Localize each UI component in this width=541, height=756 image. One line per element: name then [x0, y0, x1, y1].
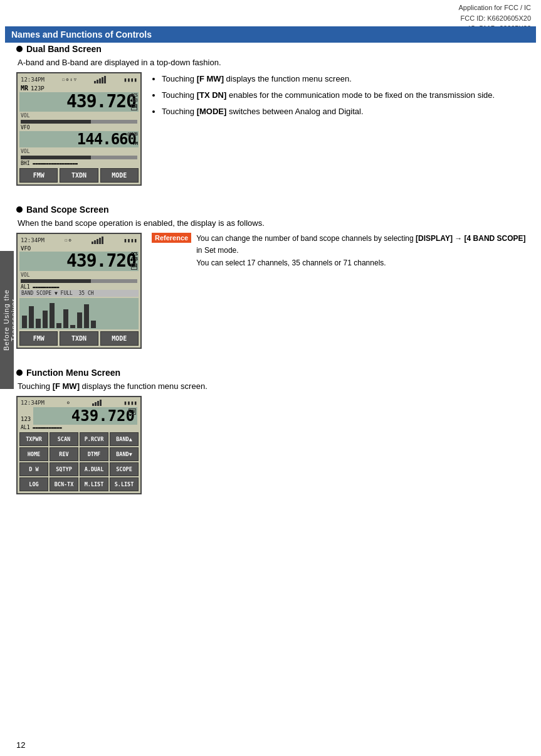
func-bcntx[interactable]: BCN-TX: [50, 477, 78, 491]
bullet-icon: [16, 46, 23, 52]
bullet-icon-2: [16, 206, 23, 213]
func-adual[interactable]: A.DUAL: [80, 462, 108, 476]
txdn-btn[interactable]: TXDN: [60, 168, 98, 183]
vfo-line: VFO: [19, 125, 139, 130]
freq-a-display: ▲DCS023 DN 439.720: [19, 92, 139, 112]
scope-vol-bar: [21, 279, 137, 283]
header-line2: FCC ID: K6620605X20: [458, 13, 531, 24]
func-band-up[interactable]: BAND▲: [110, 432, 139, 446]
screen3-signal: [92, 400, 102, 406]
screen2-status: ☐ ⚙: [65, 238, 71, 243]
battery-icon: ▮▮▮▮: [123, 77, 137, 83]
bullet-1: Touching [F MW] displays the function me…: [162, 72, 531, 86]
func-freq-display: 439.720 DN: [33, 407, 137, 425]
sidebar-label: Before Using the Transceiver: [0, 251, 14, 389]
signal-bars: [94, 76, 106, 83]
reference-text: You can change the number of band scope …: [196, 233, 531, 349]
section-dual-band: Dual Band Screen A-band and B-band are d…: [16, 44, 531, 186]
freq-b-display: @A12B FM 144.660: [19, 131, 139, 147]
func-scope[interactable]: SCOPE: [110, 462, 139, 476]
band-scope-title: Band Scope Screen: [26, 205, 109, 215]
page-number: 12: [16, 740, 25, 750]
band-scope-label: BAND SCOPE ▼ FULL 35 CH: [19, 290, 139, 297]
mode-btn[interactable]: MODE: [100, 168, 139, 183]
scope-freq-display: ▲DCS023 DN 439.720: [19, 252, 139, 271]
status-icons: ☐ ⚙ ↕ ▽: [62, 77, 76, 82]
dual-band-desc: A-band and B-band are displayed in a top…: [18, 58, 531, 67]
dual-band-screen: 12:34PM ☐ ⚙ ↕ ▽ ▮▮▮▮: [16, 72, 142, 186]
func-dtmf[interactable]: DTMF: [80, 447, 108, 461]
function-menu-screen: 12:34PM ⚙ ▮▮▮▮ 123 439.720: [16, 396, 142, 494]
band-scope-bars: [19, 298, 139, 329]
main-content: Dual Band Screen A-band and B-band are d…: [16, 44, 531, 743]
func-scan[interactable]: SCAN: [50, 432, 78, 446]
band-scope-heading: Band Scope Screen: [16, 205, 531, 215]
time-label: 12:34PM: [21, 77, 45, 83]
screen2-signal: [92, 237, 103, 244]
function-menu-title: Function Menu Screen: [26, 368, 120, 378]
screen-buttons-2: FMW TXDN MODE: [19, 331, 139, 346]
dual-band-heading: Dual Band Screen: [16, 44, 531, 54]
screen3-top-bar: 12:34PM ⚙ ▮▮▮▮: [19, 399, 139, 407]
title-bar: Names and Functions of Controls: [5, 26, 536, 43]
band-scope-screen: 12:34PM ☐ ⚙ ▮▮▮▮ VFO: [16, 233, 142, 349]
band-scope-desc: When the band scope operation is enabled…: [18, 218, 531, 228]
func-sqtyp[interactable]: SQTYP: [50, 462, 78, 476]
function-menu-desc: Touching [F MW] displays the function me…: [18, 381, 531, 391]
func-rev[interactable]: REV: [50, 447, 78, 461]
function-menu-heading: Function Menu Screen: [16, 368, 531, 378]
function-menu-content: 12:34PM ⚙ ▮▮▮▮ 123 439.720: [16, 396, 531, 494]
vol-bar-b: [21, 156, 137, 159]
vol-bar-a: [21, 120, 137, 124]
dual-band-title: Dual Band Screen: [26, 44, 102, 54]
bullet-icon-3: [16, 370, 23, 376]
func-home[interactable]: HOME: [19, 447, 48, 461]
mode-btn-2[interactable]: MODE: [100, 331, 139, 346]
dual-band-content: 12:34PM ☐ ⚙ ↕ ▽ ▮▮▮▮: [16, 72, 531, 186]
reference-badge: Reference: [152, 233, 191, 243]
func-dw[interactable]: D W: [19, 462, 48, 476]
fmw-btn[interactable]: FMW: [19, 168, 58, 183]
txdn-btn-2[interactable]: TXDN: [60, 331, 98, 346]
bullet-2: Touching [TX DN] enables for the communi…: [162, 88, 531, 102]
screen-top-bar: 12:34PM ☐ ⚙ ↕ ▽ ▮▮▮▮: [19, 75, 139, 84]
func-prcvr[interactable]: P.RCVR: [80, 432, 108, 446]
fmw-btn-2[interactable]: FMW: [19, 331, 58, 346]
header-line1: Application for FCC / IC: [458, 3, 531, 13]
func-slist[interactable]: S.LIST: [110, 477, 139, 491]
func-log[interactable]: LOG: [19, 477, 48, 491]
func-band-down[interactable]: BAND▼: [110, 447, 139, 461]
screen2-top-bar: 12:34PM ☐ ⚙ ▮▮▮▮: [19, 236, 139, 245]
section-band-scope: Band Scope Screen When the band scope op…: [16, 205, 531, 349]
screen-buttons-1: FMW TXDN MODE: [19, 168, 139, 183]
func-mlist[interactable]: M.LIST: [80, 477, 108, 491]
band-scope-content: 12:34PM ☐ ⚙ ▮▮▮▮ VFO: [16, 233, 531, 349]
reference-box: Reference You can change the number of b…: [152, 233, 531, 349]
function-menu-grid: TXPWR SCAN P.RCVR BAND▲ HOME REV DTMF BA…: [19, 432, 139, 491]
title-bar-label: Names and Functions of Controls: [11, 29, 152, 40]
dual-band-bullets: Touching [F MW] displays the function me…: [152, 72, 531, 186]
section-function-menu: Function Menu Screen Touching [F MW] dis…: [16, 368, 531, 494]
bullet-3: Touching [MODE] switches between Analog …: [162, 105, 531, 119]
func-txpwr[interactable]: TXPWR: [19, 432, 48, 446]
